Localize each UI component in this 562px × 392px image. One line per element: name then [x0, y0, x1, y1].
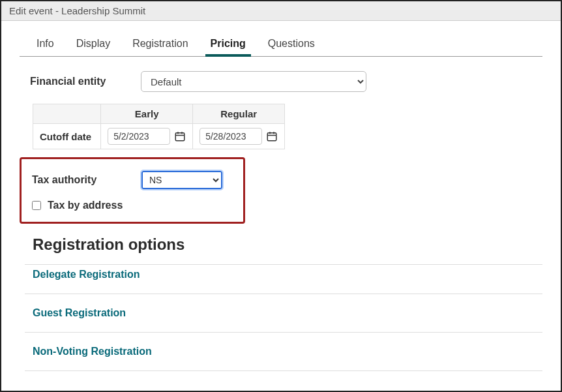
reg-option-nonvoting[interactable]: Non-Voting Registration — [25, 333, 542, 371]
tab-bar: Info Display Registration Pricing Questi… — [20, 33, 542, 57]
reg-option-guest[interactable]: Guest Registration — [25, 294, 542, 333]
cutoff-blank-header — [33, 104, 101, 124]
reg-option-delegate[interactable]: Delegate Registration — [25, 265, 542, 294]
edit-event-window: Edit event - Leadership Summit Info Disp… — [0, 0, 562, 392]
tax-authority-label: Tax authority — [32, 174, 141, 186]
cutoff-table: Early Regular Cutoff date — [33, 104, 285, 149]
financial-entity-label: Financial entity — [30, 76, 141, 87]
registration-options-list: Delegate Registration Guest Registration… — [25, 264, 542, 371]
cutoff-col-early: Early — [101, 104, 193, 124]
svg-rect-4 — [267, 133, 276, 141]
content-area: Info Display Registration Pricing Questi… — [1, 21, 561, 391]
tab-questions[interactable]: Questions — [267, 33, 316, 56]
financial-entity-select[interactable]: Default — [141, 71, 366, 92]
tax-by-address-checkbox[interactable] — [32, 201, 41, 210]
tax-authority-select[interactable]: NS — [141, 171, 222, 189]
cutoff-early-input[interactable] — [108, 128, 170, 145]
tab-display[interactable]: Display — [75, 33, 111, 56]
cutoff-regular-input[interactable] — [200, 128, 262, 145]
tab-info[interactable]: Info — [35, 33, 55, 56]
registration-options-heading: Registration options — [33, 235, 542, 254]
calendar-icon[interactable] — [266, 130, 278, 142]
tab-pricing[interactable]: Pricing — [209, 33, 247, 56]
window-title: Edit event - Leadership Summit — [1, 1, 561, 21]
calendar-icon[interactable] — [174, 130, 186, 142]
tax-highlight-box: Tax authority NS Tax by address — [20, 157, 245, 224]
svg-rect-0 — [175, 133, 185, 141]
cutoff-col-regular: Regular — [193, 104, 285, 124]
cutoff-row-label: Cutoff date — [33, 124, 101, 149]
financial-entity-row: Financial entity Default — [30, 71, 542, 92]
tax-by-address-label[interactable]: Tax by address — [48, 200, 123, 211]
tab-registration[interactable]: Registration — [131, 33, 189, 56]
